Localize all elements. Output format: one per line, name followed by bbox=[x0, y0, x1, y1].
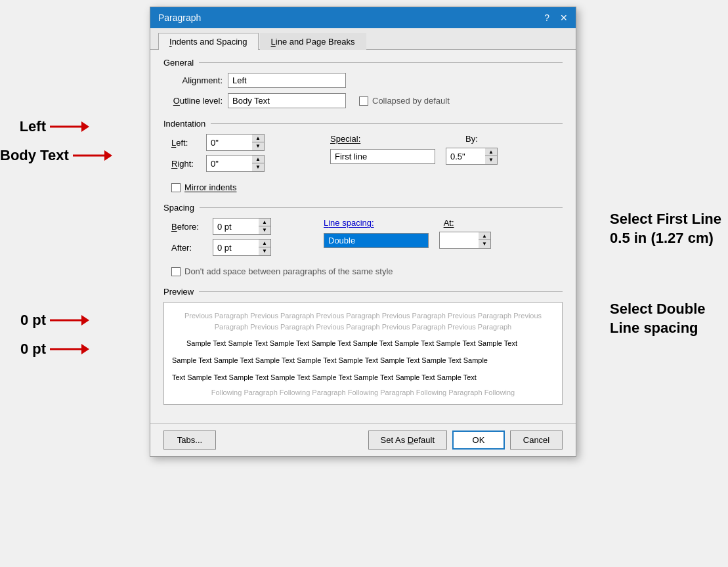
indent-left-down-btn[interactable]: ▼ bbox=[252, 142, 264, 150]
dialog-content: General Alignment: Left Center Right Jus… bbox=[150, 50, 576, 423]
indentation-divider bbox=[211, 123, 563, 124]
preview-header: Preview bbox=[163, 287, 563, 297]
line-spacing-select[interactable]: Double Single 1.5 lines At least Exactly… bbox=[324, 233, 429, 248]
before-after-section: Before: ▲ ▼ After: bbox=[171, 218, 271, 260]
by-up-btn[interactable]: ▲ bbox=[485, 148, 497, 156]
indent-left-right: Left: ▲ ▼ Right: bbox=[171, 134, 265, 176]
dont-add-space-label: Don't add space between paragraphs of th… bbox=[184, 266, 393, 276]
line-spacing-label: Line spacing: bbox=[324, 218, 374, 228]
preview-sample1: Sample Text Sample Text Sample Text Samp… bbox=[172, 336, 554, 350]
general-divider bbox=[199, 62, 563, 63]
paragraph-dialog: Paragraph ? ✕ Indents and Spacing Line a… bbox=[150, 7, 576, 457]
spacing-divider bbox=[200, 207, 563, 208]
dialog-footer: Tabs... Set As Default OK Cancel bbox=[150, 423, 576, 456]
at-input[interactable] bbox=[439, 232, 479, 249]
cancel-button[interactable]: Cancel bbox=[510, 430, 563, 450]
double-spacing-annotation: Select DoubleLine spacing bbox=[610, 300, 721, 337]
at-down-btn[interactable]: ▼ bbox=[479, 240, 490, 248]
by-label: By: bbox=[465, 134, 492, 144]
special-by-section: Special: By: First line (none) Hanging bbox=[330, 134, 498, 165]
indentation-header: Indentation bbox=[163, 119, 563, 129]
preview-sample3: Text Sample Text Sample Text Sample Text… bbox=[172, 370, 554, 385]
indent-left-input[interactable] bbox=[206, 134, 252, 151]
indentation-section: Indentation Left: ▲ ▼ bbox=[163, 119, 563, 192]
after-buttons: ▲ ▼ bbox=[259, 239, 271, 256]
indent-right-down-btn[interactable]: ▼ bbox=[252, 163, 264, 171]
before-up-btn[interactable]: ▲ bbox=[259, 219, 270, 226]
left-annotation-row: Left bbox=[0, 118, 112, 135]
after-input[interactable] bbox=[213, 239, 259, 256]
at-label: At: bbox=[444, 218, 454, 228]
general-title: General bbox=[163, 58, 194, 68]
title-bar: Paragraph ? ✕ bbox=[150, 7, 576, 28]
after-label: 0 pt bbox=[0, 341, 46, 358]
by-input[interactable] bbox=[446, 148, 485, 165]
line-spacing-select-wrapper: Double Single 1.5 lines At least Exactly… bbox=[324, 233, 429, 248]
indent-right-input[interactable] bbox=[206, 155, 252, 172]
by-buttons: ▲ ▼ bbox=[485, 148, 498, 165]
outline-level-select[interactable]: Body Text Level 1 Level 2 Level 3 bbox=[228, 93, 346, 108]
preview-box: Previous Paragraph Previous Paragraph Pr… bbox=[163, 302, 563, 405]
before-annotation-row: 0 pt bbox=[0, 312, 89, 329]
body-text-arrow-icon bbox=[73, 149, 112, 162]
special-select[interactable]: First line (none) Hanging bbox=[330, 149, 435, 164]
before-down-btn[interactable]: ▼ bbox=[259, 226, 270, 234]
dont-add-space-checkbox[interactable] bbox=[171, 267, 181, 276]
indent-right-spinner: ▲ ▼ bbox=[206, 155, 265, 172]
special-select-wrapper: First line (none) Hanging bbox=[330, 149, 435, 164]
body-text-annotation-row: Body Text bbox=[0, 147, 112, 164]
general-section: General Alignment: Left Center Right Jus… bbox=[163, 58, 563, 108]
before-row: Before: ▲ ▼ bbox=[171, 218, 271, 235]
collapsed-default-wrapper[interactable]: Collapsed by default bbox=[359, 96, 450, 106]
tab-line-page-breaks[interactable]: Line and Page Breaks bbox=[260, 33, 366, 50]
alignment-row: Alignment: Left Center Right Justified bbox=[163, 73, 563, 88]
after-up-btn[interactable]: ▲ bbox=[259, 240, 270, 247]
before-arrow-icon bbox=[50, 314, 89, 327]
indent-left-buttons: ▲ ▼ bbox=[252, 134, 265, 151]
after-spinner: ▲ ▼ bbox=[213, 239, 271, 256]
special-label: Special: bbox=[330, 134, 363, 144]
at-buttons: ▲ ▼ bbox=[479, 232, 491, 249]
preview-section: Preview Previous Paragraph Previous Para… bbox=[163, 287, 563, 405]
outline-level-label: Outline level: bbox=[163, 96, 223, 106]
indent-right-label: Right: bbox=[171, 159, 201, 169]
before-input[interactable] bbox=[213, 218, 259, 235]
dont-add-space-wrapper[interactable]: Don't add space between paragraphs of th… bbox=[171, 266, 563, 276]
after-down-btn[interactable]: ▼ bbox=[259, 247, 270, 255]
collapsed-default-checkbox[interactable] bbox=[359, 96, 368, 106]
after-annotation-row: 0 pt bbox=[0, 341, 89, 358]
outline-level-select-wrapper: Body Text Level 1 Level 2 Level 3 bbox=[228, 93, 346, 108]
tabs-button[interactable]: Tabs... bbox=[163, 430, 216, 450]
title-bar-controls: ? ✕ bbox=[544, 13, 568, 22]
help-button[interactable]: ? bbox=[544, 13, 549, 22]
mirror-indents-checkbox[interactable] bbox=[171, 183, 181, 192]
preview-divider bbox=[199, 291, 563, 292]
indent-right-buttons: ▲ ▼ bbox=[252, 155, 265, 172]
before-label: Before: bbox=[171, 222, 207, 232]
set-default-button[interactable]: Set As Default bbox=[368, 430, 447, 450]
collapsed-default-label: Collapsed by default bbox=[372, 96, 450, 106]
at-up-btn[interactable]: ▲ bbox=[479, 232, 490, 240]
preview-prev-text: Previous Paragraph Previous Paragraph Pr… bbox=[172, 310, 554, 332]
alignment-select-wrapper: Left Center Right Justified bbox=[228, 73, 346, 88]
tabs-bar: Indents and Spacing Line and Page Breaks bbox=[150, 28, 576, 50]
alignment-select[interactable]: Left Center Right Justified bbox=[228, 73, 346, 88]
preview-sample2: Sample Text Sample Text Sample Text Samp… bbox=[172, 353, 554, 368]
indent-left-up-btn[interactable]: ▲ bbox=[252, 135, 264, 142]
mirror-indents-wrapper[interactable]: Mirror indents bbox=[171, 182, 563, 192]
mirror-indents-label: Mirror indents bbox=[184, 182, 236, 192]
ok-button[interactable]: OK bbox=[452, 430, 505, 450]
after-arrow-icon bbox=[50, 343, 89, 356]
before-spinner: ▲ ▼ bbox=[213, 218, 271, 235]
by-down-btn[interactable]: ▼ bbox=[485, 156, 497, 164]
tab-indents-spacing[interactable]: Indents and Spacing bbox=[158, 33, 259, 50]
close-button[interactable]: ✕ bbox=[560, 13, 568, 22]
right-annotations: Select First Line0.5 in (1.27 cm) Select… bbox=[610, 210, 721, 337]
left-arrow-icon bbox=[50, 120, 89, 133]
spacing-section: Spacing Before: ▲ ▼ bbox=[163, 203, 563, 276]
at-spinner: ▲ ▼ bbox=[439, 232, 491, 249]
indent-right-up-btn[interactable]: ▲ bbox=[252, 156, 264, 163]
before-label: 0 pt bbox=[0, 312, 46, 329]
outline-level-row: Outline level: Body Text Level 1 Level 2… bbox=[163, 93, 563, 108]
after-label: After: bbox=[171, 243, 207, 253]
